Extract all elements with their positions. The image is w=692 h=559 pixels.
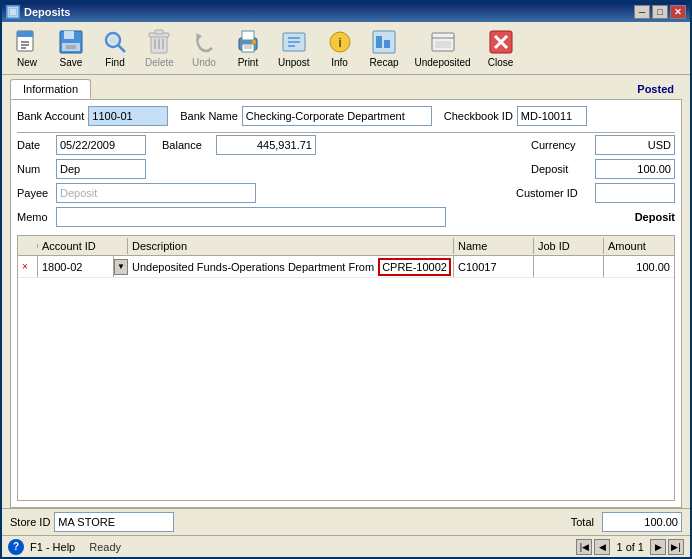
num-label: Num [17, 163, 52, 175]
undo-icon [190, 28, 218, 56]
memo-row: Memo Deposit [17, 207, 675, 227]
tab-information[interactable]: Information [10, 79, 91, 99]
content-area: Bank Account Bank Name Checkbook ID Date… [10, 99, 682, 508]
payee-row: Payee Customer ID [17, 183, 675, 203]
date-row: Date Balance Currency [17, 135, 675, 155]
separator-1 [17, 132, 675, 133]
payee-label: Payee [17, 187, 52, 199]
close-window-button[interactable]: ✕ [670, 5, 686, 19]
num-input[interactable] [56, 159, 146, 179]
main-window: Deposits ─ □ ✕ New [0, 0, 692, 559]
save-icon [57, 28, 85, 56]
svg-text:i: i [338, 35, 342, 50]
bottom-store-row: Store ID Total [2, 508, 690, 535]
tab-bar: Information Posted [2, 75, 690, 99]
bank-account-label: Bank Account [17, 110, 84, 122]
balance-input[interactable] [216, 135, 316, 155]
title-bar-left: Deposits [6, 5, 70, 19]
nav-controls: |◀ ◀ 1 of 1 ▶ ▶| [576, 539, 684, 555]
deposit-input[interactable] [595, 159, 675, 179]
row-delete-btn[interactable]: × [18, 256, 38, 277]
data-table: Account ID Description Name Job ID Amoun… [17, 235, 675, 501]
th-job-id: Job ID [534, 238, 604, 254]
customer-id-label: Customer ID [516, 187, 591, 199]
find-button[interactable]: Find [94, 25, 136, 71]
undo-button[interactable]: Undo [183, 25, 225, 71]
currency-label: Currency [531, 139, 591, 151]
memo-input[interactable] [56, 207, 446, 227]
svg-rect-24 [242, 31, 254, 40]
deposit-label: Deposit [531, 163, 591, 175]
svg-rect-37 [384, 40, 390, 48]
nav-next-button[interactable]: ▶ [650, 539, 666, 555]
close-toolbar-button[interactable]: Close [480, 25, 522, 71]
print-button[interactable]: Print [227, 25, 269, 71]
date-input[interactable] [56, 135, 146, 155]
checkbook-id-label: Checkbook ID [444, 110, 513, 122]
balance-label: Balance [162, 139, 212, 151]
restore-button[interactable]: □ [652, 5, 668, 19]
svg-rect-40 [435, 41, 451, 48]
ready-status: Ready [89, 541, 121, 553]
currency-input[interactable] [595, 135, 675, 155]
th-amount: Amount [604, 238, 674, 254]
nav-first-button[interactable]: |◀ [576, 539, 592, 555]
undeposited-button[interactable]: Undeposited [408, 25, 478, 71]
th-delete [18, 244, 38, 248]
memo-label: Memo [17, 211, 52, 223]
total-input[interactable] [602, 512, 682, 532]
delete-button[interactable]: Delete [138, 25, 181, 71]
page-info: 1 of 1 [612, 541, 648, 553]
nav-last-button[interactable]: ▶| [668, 539, 684, 555]
window-icon [6, 5, 20, 19]
num-row: Num Deposit [17, 159, 675, 179]
bank-account-row: Bank Account Bank Name Checkbook ID [17, 106, 675, 126]
unpost-button[interactable]: Unpost [271, 25, 317, 71]
f1-help-label: F1 - Help [30, 541, 75, 553]
th-name: Name [454, 238, 534, 254]
new-icon [13, 28, 41, 56]
row-name: C10017 [454, 256, 534, 277]
title-bar: Deposits ─ □ ✕ [2, 2, 690, 22]
info-button[interactable]: i Info [319, 25, 361, 71]
row-description: Undeposited Funds-Operations Department … [128, 256, 454, 277]
posted-badge: Posted [637, 83, 674, 99]
new-button[interactable]: New [6, 25, 48, 71]
row-amount: 100.00 [604, 256, 674, 277]
unpost-icon [280, 28, 308, 56]
window-title: Deposits [24, 6, 70, 18]
delete-icon [145, 28, 173, 56]
bank-account-input[interactable] [88, 106, 168, 126]
help-bar: ? F1 - Help Ready |◀ ◀ 1 of 1 ▶ ▶| [2, 535, 690, 557]
svg-line-14 [118, 45, 125, 52]
payee-input[interactable] [56, 183, 256, 203]
deposit-section-label: Deposit [635, 211, 675, 223]
th-account-id: Account ID [38, 238, 128, 254]
minimize-button[interactable]: ─ [634, 5, 650, 19]
bank-name-input[interactable] [242, 106, 432, 126]
table-row: × 1800-02 ▼ Undeposited Funds-Operations… [18, 256, 674, 278]
th-description: Description [128, 238, 454, 254]
bank-name-label: Bank Name [180, 110, 237, 122]
customer-id-input[interactable] [595, 183, 675, 203]
svg-rect-12 [66, 45, 76, 49]
print-icon [234, 28, 262, 56]
undeposited-icon [429, 28, 457, 56]
store-id-input[interactable] [54, 512, 174, 532]
nav-prev-button[interactable]: ◀ [594, 539, 610, 555]
info-icon: i [326, 28, 354, 56]
help-icon[interactable]: ? [8, 539, 24, 555]
row-job-id [534, 256, 604, 277]
svg-point-28 [252, 40, 256, 44]
date-label: Date [17, 139, 52, 151]
total-label: Total [571, 516, 594, 528]
checkbook-id-input[interactable] [517, 106, 587, 126]
store-id-label: Store ID [10, 516, 50, 528]
recap-button[interactable]: Recap [363, 25, 406, 71]
recap-icon [370, 28, 398, 56]
account-id-dropdown[interactable]: ▼ [114, 259, 128, 275]
table-body: × 1800-02 ▼ Undeposited Funds-Operations… [18, 256, 674, 500]
svg-rect-36 [376, 36, 382, 48]
save-button[interactable]: Save [50, 25, 92, 71]
description-highlighted[interactable]: CPRE-10002 [378, 258, 451, 276]
